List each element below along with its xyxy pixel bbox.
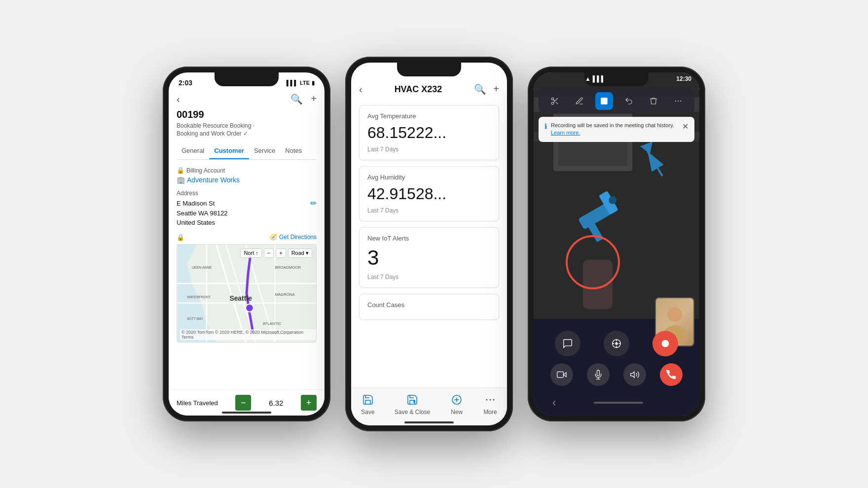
svg-point-21	[493, 399, 495, 401]
map-road-type[interactable]: Road ▾	[288, 248, 312, 258]
phone2-header: ‹ HVAC X232 🔍 +	[351, 81, 507, 101]
recording-notification: ℹ Recording will be saved in the meeting…	[539, 117, 694, 142]
signal-icon: ▌▌▌	[287, 80, 298, 86]
phone-controls-bar	[534, 359, 699, 390]
phone1-status-icons: ▌▌▌ LTE ▮	[287, 80, 315, 86]
tab-service[interactable]: Service	[249, 143, 280, 159]
p3-wifi-icon: ▲	[585, 75, 591, 82]
svg-text:Seattle: Seattle	[229, 294, 252, 302]
phone1-nav: ‹ 🔍 +	[169, 91, 325, 109]
tab-notes[interactable]: Notes	[280, 143, 307, 159]
svg-point-20	[490, 399, 491, 401]
miles-value: 6.32	[269, 399, 283, 407]
iot-alerts-label: New IoT Alerts	[367, 235, 491, 242]
media-controls	[534, 326, 699, 361]
svg-point-17	[246, 304, 253, 312]
add-icon[interactable]: +	[311, 93, 317, 105]
avg-humidity-value: 42.91528...	[367, 185, 491, 203]
phone1-tabs: General Customer Service Notes	[177, 143, 317, 160]
address-section: Address E Madison St Seattle WA 98122 Un…	[177, 190, 317, 228]
phone2-back-button[interactable]: ‹	[359, 84, 362, 95]
save-close-label: Save & Close	[395, 409, 431, 416]
lte-label: LTE	[300, 80, 310, 86]
avg-humidity-label: Avg Humidity	[367, 174, 491, 181]
miles-label: Miles Traveled	[177, 399, 218, 407]
metrics-list: Avg Temperature 68.15222... Last 7 Days …	[351, 101, 507, 397]
count-cases-label: Count Cases	[367, 301, 491, 309]
rectangle-tool[interactable]	[595, 92, 613, 110]
undo-tool[interactable]	[620, 92, 638, 110]
svg-point-43	[680, 101, 681, 102]
map-north-btn[interactable]: Nort ↑	[240, 248, 261, 258]
phone2-add-icon[interactable]: +	[493, 83, 499, 95]
get-directions-button[interactable]: 🧭 Get Directions	[270, 234, 317, 241]
avg-temp-value: 68.15222...	[367, 124, 491, 142]
record-button[interactable]	[652, 331, 678, 356]
svg-point-42	[678, 101, 679, 102]
more-button[interactable]: More	[483, 393, 497, 416]
edit-icon[interactable]: ✏	[310, 199, 317, 208]
map-svg: Seattle BROADMOOR MADRONA ATLANTIC UEEN …	[177, 244, 316, 342]
phone3-screen: ▲ ▌▌▌ 12:30	[534, 72, 699, 416]
subtitle2: Booking and Work Order ✓	[177, 130, 317, 137]
svg-text:BROADMOOR: BROADMOOR	[275, 265, 301, 270]
pen-tool[interactable]	[571, 92, 588, 110]
iot-alerts-card: New IoT Alerts 3 Last 7 Days	[359, 227, 499, 288]
p3-time: 12:30	[676, 75, 691, 82]
phone3-bottom-nav: ‹	[534, 390, 699, 416]
phone2-icons: 🔍 +	[474, 83, 499, 95]
drawing-toolbar	[539, 88, 694, 114]
speaker-button[interactable]	[623, 363, 646, 386]
svg-point-47	[615, 342, 618, 345]
new-button[interactable]: New	[450, 393, 464, 416]
chat-button[interactable]	[555, 331, 580, 356]
mute-button[interactable]	[587, 363, 610, 386]
phone2-notch	[397, 63, 461, 76]
tab-customer[interactable]: Customer	[209, 143, 249, 159]
svg-rect-40	[601, 98, 608, 105]
home-indicator-bar	[594, 402, 643, 404]
svg-rect-49	[557, 372, 564, 378]
phone3-status-bar: ▲ ▌▌▌ 12:30	[534, 72, 699, 85]
miles-plus-button[interactable]: +	[301, 395, 317, 411]
more-label: More	[483, 409, 497, 416]
video-toggle-button[interactable]	[550, 363, 573, 386]
address-line3: United States	[177, 218, 228, 228]
back-button[interactable]: ‹	[177, 94, 180, 105]
delete-tool[interactable]	[645, 92, 662, 110]
map-section[interactable]: Seattle BROADMOOR MADRONA ATLANTIC UEEN …	[177, 244, 317, 343]
phone-video-call: ▲ ▌▌▌ 12:30	[528, 67, 705, 421]
address-text: E Madison St Seattle WA 98122 United Sta…	[177, 199, 228, 228]
ar-button[interactable]	[604, 331, 629, 356]
save-close-icon	[405, 393, 419, 407]
svg-text:MADRONA: MADRONA	[275, 292, 295, 296]
learn-more-link[interactable]: Learn more.	[551, 130, 580, 136]
avg-temp-card: Avg Temperature 68.15222... Last 7 Days	[359, 105, 499, 160]
phone1-notch	[215, 72, 279, 86]
search-icon[interactable]: 🔍	[290, 93, 303, 105]
save-close-button[interactable]: Save & Close	[395, 393, 431, 416]
info-icon: ℹ	[544, 122, 547, 130]
miles-minus-button[interactable]: −	[235, 395, 251, 411]
back-nav-button[interactable]: ‹	[552, 396, 556, 409]
map-toolbar: Nort ↑ − + Road ▾	[240, 248, 312, 258]
end-call-button[interactable]	[660, 363, 683, 386]
map-zoom-out[interactable]: −	[264, 248, 274, 258]
billing-account[interactable]: 🏢 Adventure Works	[177, 176, 317, 184]
circle-annotation	[566, 235, 620, 289]
arrow-annotation	[638, 141, 672, 183]
phone1-content: 00199 Bookable Resource Booking · Bookin…	[169, 109, 325, 343]
lock-icon: 🔒	[177, 167, 184, 174]
scissors-tool[interactable]	[546, 92, 564, 110]
tab-general[interactable]: General	[177, 143, 209, 159]
notification-close[interactable]: ✕	[682, 122, 688, 131]
billing-label: 🔒 Billing Account	[177, 167, 317, 174]
phone-work-order: 2:03 ▌▌▌ LTE ▮ ‹ 🔍 + 00199 Bookable Reso…	[163, 67, 330, 421]
save-button[interactable]: Save	[361, 393, 375, 416]
map-zoom-in[interactable]: +	[276, 248, 286, 258]
svg-point-19	[486, 399, 488, 401]
avg-temp-label: Avg Temperature	[367, 112, 491, 120]
more-tools[interactable]	[669, 92, 687, 110]
save-icon	[361, 393, 375, 407]
phone2-search-icon[interactable]: 🔍	[474, 83, 486, 95]
